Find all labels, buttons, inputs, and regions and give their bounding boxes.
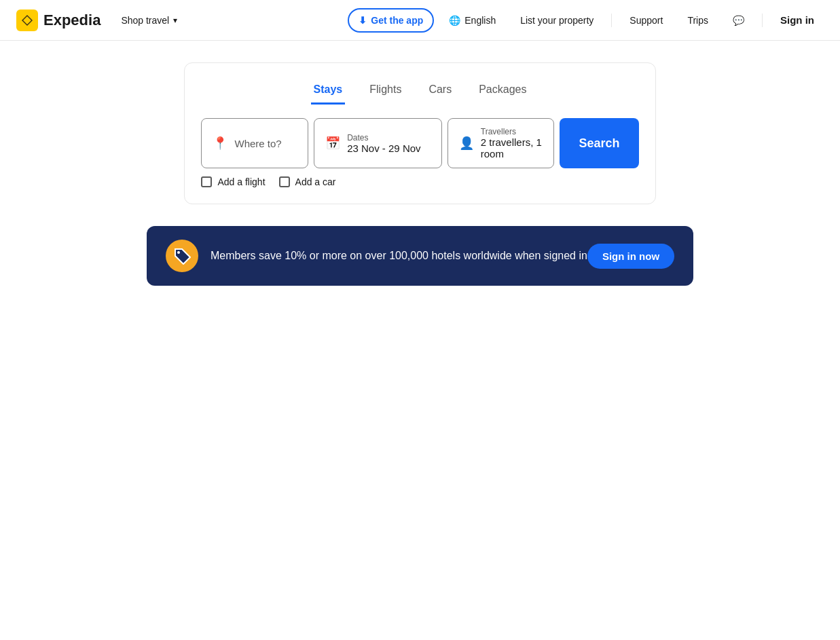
messages-icon: 💬 <box>733 15 744 26</box>
get-app-label: Get the app <box>371 15 423 26</box>
add-flight-checkbox[interactable] <box>201 176 212 187</box>
search-button-label: Search <box>579 136 619 150</box>
download-icon: ⬇ <box>359 15 367 26</box>
location-icon: 📍 <box>213 136 227 151</box>
members-text: Members save 10% or more on over 100,000… <box>211 250 587 262</box>
members-banner: Members save 10% or more on over 100,000… <box>147 226 693 286</box>
globe-icon: 🌐 <box>449 15 460 26</box>
expedia-logo-icon <box>16 10 38 31</box>
logo-text: Expedia <box>43 12 101 29</box>
search-tabs: Stays Flights Cars Packages <box>201 77 638 105</box>
sign-in-now-label: Sign in now <box>602 250 659 262</box>
add-car-checkbox[interactable] <box>279 176 290 187</box>
language-label: English <box>464 15 496 26</box>
messages-button[interactable]: 💬 <box>723 10 754 31</box>
svg-point-1 <box>177 251 180 254</box>
header-divider <box>611 14 612 27</box>
tab-packages[interactable]: Packages <box>476 77 529 105</box>
logo-area[interactable]: Expedia <box>16 10 101 31</box>
header-divider-2 <box>762 14 763 27</box>
support-button[interactable]: Support <box>620 10 672 31</box>
tag-icon <box>166 240 198 272</box>
dates-label: Dates <box>347 133 420 143</box>
search-bar: 📍 Where to? 📅 Dates 23 Nov - 29 Nov 👤 Tr… <box>201 118 638 168</box>
sign-in-button[interactable]: Sign in <box>771 9 824 31</box>
page-wrapper: Stays Flights Cars Packages 📍 Where to? <box>0 41 840 587</box>
trips-label: Trips <box>687 15 708 26</box>
travellers-label: Travellers <box>481 127 543 136</box>
destination-field[interactable]: 📍 Where to? <box>201 118 308 168</box>
travellers-field[interactable]: 👤 Travellers 2 travellers, 1 room <box>448 118 555 168</box>
support-label: Support <box>629 15 663 26</box>
dates-value: 23 Nov - 29 Nov <box>347 143 420 154</box>
trips-button[interactable]: Trips <box>678 10 718 31</box>
get-app-button[interactable]: ⬇ Get the app <box>348 8 434 33</box>
tab-stays[interactable]: Stays <box>311 77 346 105</box>
list-property-label: List your property <box>520 15 594 26</box>
tab-flights[interactable]: Flights <box>367 77 404 105</box>
travellers-content: Travellers 2 travellers, 1 room <box>481 127 543 159</box>
add-flight-option[interactable]: Add a flight <box>201 176 265 187</box>
search-section: Stays Flights Cars Packages 📍 Where to? <box>184 62 655 204</box>
header: Expedia Shop travel ▾ ⬇ Get the app 🌐 En… <box>0 0 840 41</box>
search-button[interactable]: Search <box>560 118 638 168</box>
sign-in-label: Sign in <box>780 14 814 26</box>
shop-travel-label: Shop travel <box>121 15 169 26</box>
destination-placeholder: Where to? <box>234 138 281 149</box>
list-property-button[interactable]: List your property <box>511 10 603 31</box>
calendar-icon: 📅 <box>325 136 340 151</box>
shop-travel-button[interactable]: Shop travel ▾ <box>111 10 187 31</box>
person-icon: 👤 <box>459 136 474 151</box>
dates-content: Dates 23 Nov - 29 Nov <box>347 133 420 154</box>
add-car-label: Add a car <box>295 176 336 187</box>
language-button[interactable]: 🌐 English <box>439 10 505 31</box>
travellers-value: 2 travellers, 1 room <box>481 136 543 159</box>
add-car-option[interactable]: Add a car <box>279 176 336 187</box>
tab-cars[interactable]: Cars <box>426 77 454 105</box>
add-flight-label: Add a flight <box>217 176 265 187</box>
header-right: ⬇ Get the app 🌐 English List your proper… <box>348 8 824 33</box>
price-tag-icon <box>173 247 191 265</box>
content-area: Stays Flights Cars Packages 📍 Where to? <box>16 41 824 587</box>
chevron-down-icon: ▾ <box>173 16 177 25</box>
add-options: Add a flight Add a car <box>201 176 638 187</box>
sign-in-now-button[interactable]: Sign in now <box>587 244 674 269</box>
dates-field[interactable]: 📅 Dates 23 Nov - 29 Nov <box>314 118 442 168</box>
members-left: Members save 10% or more on over 100,000… <box>166 240 587 272</box>
